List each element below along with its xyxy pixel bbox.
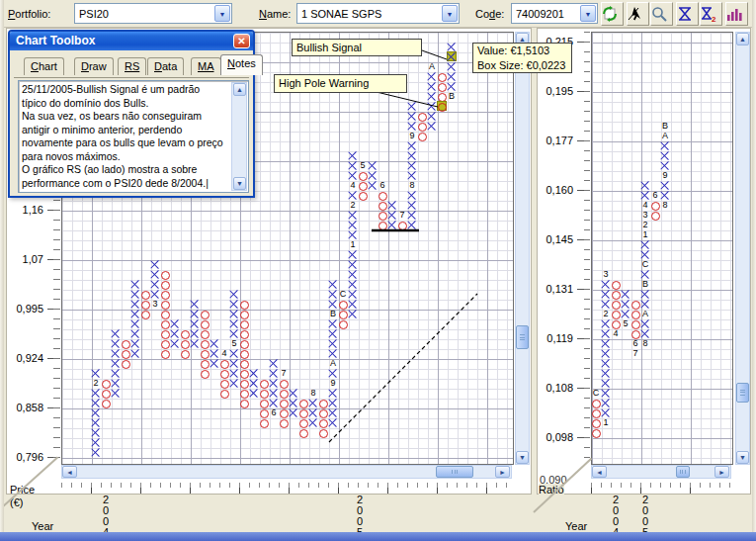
scroll-up-button[interactable]: ▲	[233, 83, 246, 96]
y-axis-label: 0,796	[0, 451, 43, 463]
scroll-thumb[interactable]	[436, 466, 473, 478]
box-size-line: Box Size: €0,0223	[477, 58, 571, 73]
pointer-tool-button[interactable]	[627, 2, 649, 26]
y-axis-label: 0,119	[530, 332, 573, 344]
window-edge-right	[752, 0, 756, 541]
pnf-chart-application: Portfolio: PSI20 ▼ Name: 1 SONAE SGPS ▼ …	[0, 0, 756, 541]
pf-chart-icon	[677, 6, 693, 22]
bar-chart-icon	[726, 6, 742, 22]
value-tooltip: Value: €1,5103 Box Size: €0,0223	[472, 43, 572, 73]
ratio-pnf-plot[interactable]	[591, 32, 733, 465]
ratio-vertical-scrollbar[interactable]: ▲ ▼	[735, 32, 750, 465]
y-axis-label: 0,098	[530, 431, 573, 443]
scroll-down-button[interactable]: ▼	[516, 451, 529, 464]
price-year-caption: Year	[32, 520, 53, 532]
scroll-thumb[interactable]	[736, 383, 749, 403]
y-axis-label: 0,995	[0, 303, 43, 315]
pointer-icon	[628, 6, 643, 22]
code-combobox[interactable]: 74009201 ▼	[511, 3, 598, 24]
tab-data[interactable]: Data	[147, 57, 184, 75]
y-axis-label: 0,108	[530, 382, 573, 394]
scroll-thumb[interactable]	[676, 466, 690, 478]
value-line: Value: €1,5103	[477, 44, 571, 58]
pf-chart-2-icon: 2	[701, 6, 716, 22]
scroll-down-button[interactable]: ▼	[736, 451, 749, 464]
tab-rs[interactable]: RS	[118, 57, 146, 75]
notes-textarea[interactable]: 25/11/2005-Bullish Signal é um padrão tí…	[18, 80, 249, 193]
chart-toolbox-window[interactable]: Chart Toolbox ✕ ChartDrawRSDataMANotes 2…	[8, 30, 255, 198]
tab-ma[interactable]: MA	[191, 57, 221, 75]
chevron-down-icon[interactable]: ▼	[580, 5, 596, 22]
scroll-up-button[interactable]: ▲	[736, 33, 749, 45]
svg-text:2: 2	[712, 15, 716, 22]
name-label: Name:	[259, 8, 291, 20]
y-axis-label: 1,16	[0, 204, 43, 216]
close-icon[interactable]: ✕	[233, 34, 250, 48]
y-axis-label: 0,858	[0, 402, 43, 413]
toolbar: Portfolio: PSI20 ▼ Name: 1 SONAE SGPS ▼ …	[0, 0, 756, 28]
price-x-ruler	[61, 483, 514, 495]
notes-scrollbar[interactable]: ▲ ▼	[231, 82, 247, 191]
bullish-signal-callout[interactable]: Bullish Signal	[292, 39, 422, 56]
y-axis-label: 0,131	[530, 283, 573, 295]
refresh-button[interactable]	[601, 2, 624, 26]
refresh-icon	[602, 6, 618, 22]
chevron-down-icon[interactable]: ▼	[442, 5, 458, 22]
scroll-down-button[interactable]: ▼	[233, 177, 246, 190]
portfolio-label: Portfolio:	[8, 8, 50, 20]
price-vertical-scrollbar[interactable]: ▲ ▼	[515, 32, 530, 465]
bar-chart-button[interactable]	[725, 2, 748, 26]
y-axis-label: 0,195	[530, 85, 573, 97]
toolbox-titlebar[interactable]: Chart Toolbox ✕	[10, 32, 253, 50]
scroll-left-button[interactable]: ◄	[62, 466, 77, 478]
y-axis-label: 0,177	[530, 135, 573, 146]
chevron-down-icon[interactable]: ▼	[214, 5, 230, 22]
pf-chart-2-button[interactable]: 2	[700, 2, 722, 26]
y-axis-label: 0,160	[530, 184, 573, 196]
scroll-right-button[interactable]: ►	[714, 466, 729, 478]
zoom-icon	[651, 6, 667, 22]
window-edge-left	[0, 0, 4, 541]
high-pole-warning-callout[interactable]: High Pole Warning	[274, 74, 407, 93]
window-edge-bottom	[0, 532, 756, 541]
ratio-year-caption: Year	[565, 520, 587, 532]
y-axis-label: 1,07	[0, 253, 43, 265]
scroll-thumb[interactable]	[516, 325, 529, 349]
ratio-axis-minor-ticks	[584, 32, 590, 458]
name-combobox[interactable]: 1 SONAE SGPS ▼	[296, 3, 460, 24]
y-axis-label: 0,145	[530, 233, 573, 245]
tab-chart[interactable]: Chart	[24, 57, 64, 75]
toolbox-title: Chart Toolbox	[16, 34, 95, 47]
y-axis-label: 0,924	[0, 352, 43, 364]
notes-text: 25/11/2005-Bullish Signal é um padrão tí…	[22, 83, 227, 190]
zoom-tool-button[interactable]	[650, 2, 673, 26]
tab-notes[interactable]: Notes	[220, 54, 263, 75]
portfolio-combobox[interactable]: PSI20 ▼	[74, 3, 232, 24]
tab-draw[interactable]: Draw	[74, 57, 114, 75]
code-label: Code:	[475, 8, 504, 20]
ratio-horizontal-scrollbar[interactable]: ◄ ►	[591, 465, 731, 479]
price-horizontal-scrollbar[interactable]: ◄ ►	[61, 465, 512, 479]
toolbox-tabstrip: ChartDrawRSDataMANotes	[14, 52, 249, 78]
scroll-right-button[interactable]: ►	[495, 466, 510, 478]
pf-chart-button[interactable]	[676, 2, 699, 26]
scroll-left-button[interactable]: ◄	[592, 466, 607, 478]
